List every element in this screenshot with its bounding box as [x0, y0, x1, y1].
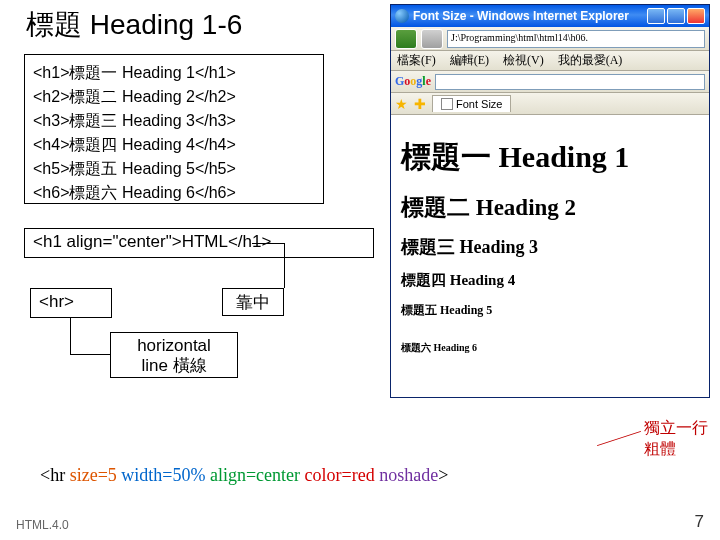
window-title: Font Size - Windows Internet Explorer [413, 9, 629, 23]
google-logo-icon: Google [395, 74, 431, 89]
add-favorites-icon[interactable]: ✚ [414, 96, 426, 112]
attr-size: size=5 [70, 465, 117, 485]
rendered-h2: 標題二 Heading 2 [401, 192, 699, 223]
page-number: 7 [695, 512, 704, 532]
menu-file[interactable]: 檔案(F) [397, 52, 436, 69]
ie-window: Font Size - Windows Internet Explorer J:… [390, 4, 710, 398]
close-button[interactable] [687, 8, 705, 24]
forward-button[interactable] [421, 29, 443, 49]
code-line: <h6>標題六 Heading 6</h6> [33, 181, 315, 205]
align-example: <h1 align="center">HTML</h1> [24, 228, 374, 258]
code-line: <h2>標題二 Heading 2</h2> [33, 85, 315, 109]
footer-left: HTML.4.0 [16, 518, 69, 532]
annotation-connector [597, 431, 641, 446]
attr-align: align=center [205, 465, 300, 485]
maximize-button[interactable] [667, 8, 685, 24]
rendered-h3: 標題三 Heading 3 [401, 235, 699, 259]
hr-explain: horizontal line 橫線 [110, 332, 238, 378]
attr-width: width=50% [117, 465, 206, 485]
attr-color: color=red [300, 465, 375, 485]
code-line: <h1>標題一 Heading 1</h1> [33, 61, 315, 85]
hr-tag: <hr> [30, 288, 112, 318]
attr-noshade: noshade [375, 465, 438, 485]
hr-open: <hr [40, 465, 70, 485]
google-search-input[interactable] [435, 74, 705, 90]
connector-line [70, 354, 110, 355]
heading-code-block: <h1>標題一 Heading 1</h1> <h2>標題二 Heading 2… [24, 54, 324, 204]
annot-line1: 獨立一行 [644, 419, 708, 436]
slide-title: 標題 Heading 1-6 [26, 6, 242, 44]
code-line: <h4>標題四 Heading 4</h4> [33, 133, 315, 157]
ie-titlebar: Font Size - Windows Internet Explorer [391, 5, 709, 27]
menu-favorites[interactable]: 我的最愛(A) [558, 52, 623, 69]
annotation-standalone-bold: 獨立一行 粗體 [638, 414, 718, 464]
ie-menubar: 檔案(F) 編輯(E) 檢視(V) 我的最愛(A) [391, 51, 709, 71]
rendered-h6: 標題六 Heading 6 [401, 341, 477, 355]
ie-tabbar: ★ ✚ Font Size [391, 93, 709, 115]
annot-line2: 粗體 [644, 440, 676, 457]
rendered-h5: 標題五 Heading 5 [401, 302, 699, 319]
minimize-button[interactable] [647, 8, 665, 24]
connector-line [70, 318, 71, 354]
connector-line [284, 243, 285, 288]
rendered-h4: 標題四 Heading 4 [401, 271, 699, 290]
back-button[interactable] [395, 29, 417, 49]
hr-close: > [438, 465, 448, 485]
google-toolbar: Google [391, 71, 709, 93]
browser-tab[interactable]: Font Size [432, 95, 511, 112]
tab-label: Font Size [456, 98, 502, 110]
code-line: <h3>標題三 Heading 3</h3> [33, 109, 315, 133]
hr-attributes-example: <hr size=5 width=50% align=center color=… [40, 465, 448, 486]
rendered-h1: 標題一 Heading 1 [401, 137, 699, 178]
ie-nav-toolbar: J:\Programming\html\html14\h06. [391, 27, 709, 51]
ie-page-content: 標題一 Heading 1 標題二 Heading 2 標題三 Heading … [391, 115, 709, 397]
address-bar[interactable]: J:\Programming\html\html14\h06. [447, 30, 705, 48]
window-buttons [647, 8, 705, 24]
hr-explain-l1: horizontal [137, 336, 211, 355]
hr-explain-l2: line 橫線 [141, 356, 206, 375]
ie-logo-icon [395, 9, 409, 23]
align-label: 靠中 [222, 288, 284, 316]
menu-view[interactable]: 檢視(V) [503, 52, 544, 69]
connector-line [252, 243, 284, 244]
code-line: <h5>標題五 Heading 5</h5> [33, 157, 315, 181]
page-icon [441, 98, 453, 110]
favorites-star-icon[interactable]: ★ [395, 96, 408, 112]
menu-edit[interactable]: 編輯(E) [450, 52, 489, 69]
